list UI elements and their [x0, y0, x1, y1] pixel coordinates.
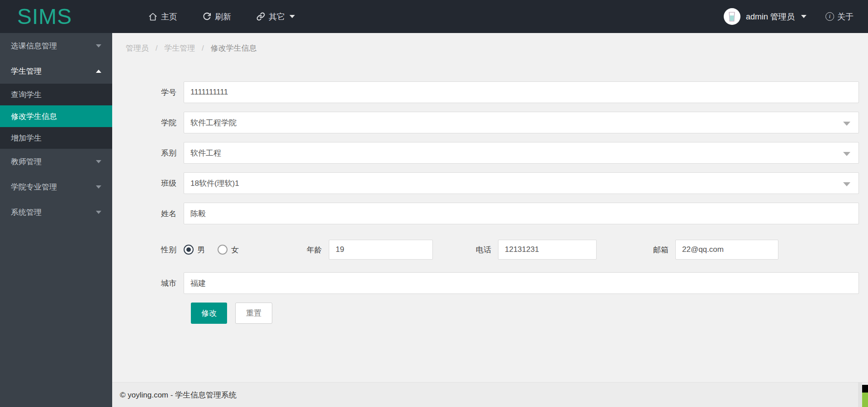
sidebar-item-label: 查询学生 [11, 90, 42, 100]
sidebar-item-label: 增加学生 [11, 133, 42, 143]
form-row-inline: 性别 男 女 年龄 电话 邮箱 [112, 240, 868, 260]
gender-label: 性别 [161, 245, 184, 255]
sidebar-item-edit-student[interactable]: 修改学生信息 [0, 105, 112, 127]
sidebar-submenu-student: 查询学生 修改学生信息 增加学生 [0, 84, 112, 149]
edit-student-form: 学号 学院 软件工程学院 系别 软件工程 班级 18软件 [112, 81, 868, 324]
gender-male-label: 男 [197, 245, 205, 255]
sidebar-item-teacher-management[interactable]: 教师管理 [0, 149, 112, 174]
breadcrumb-current: 修改学生信息 [210, 44, 256, 52]
submit-button[interactable]: 修改 [191, 303, 227, 324]
chevron-up-icon [96, 70, 101, 73]
sidebar-item-label: 学院专业管理 [11, 182, 57, 192]
age-label: 年龄 [307, 245, 322, 255]
department-label: 系别 [161, 148, 184, 158]
chevron-down-icon [96, 44, 101, 47]
college-select-value: 软件工程学院 [190, 118, 237, 128]
sidebar-item-label: 系统管理 [11, 207, 42, 218]
student-id-input[interactable] [184, 81, 859, 103]
nav-about-label: 关于 [837, 11, 854, 22]
nav-refresh-label: 刷新 [215, 11, 231, 22]
user-menu[interactable]: admin 管理员 [724, 8, 806, 25]
form-row-class: 班级 18软件(理软)1 [112, 172, 868, 194]
chevron-down-icon [96, 211, 101, 214]
department-select[interactable]: 软件工程 [184, 142, 859, 164]
city-label: 城市 [161, 278, 184, 289]
top-navbar: SIMS 主页 刷新 其它 admin 管理员 [0, 0, 868, 33]
navbar-right: admin 管理员 i 关于 [724, 8, 868, 25]
breadcrumb: 管理员 / 学生管理 / 修改学生信息 [112, 33, 868, 54]
class-label: 班级 [161, 178, 184, 189]
form-row-city: 城市 [112, 272, 868, 294]
gender-radio-female[interactable] [218, 245, 228, 255]
nav-other-label: 其它 [269, 11, 285, 22]
sidebar-item-query-student[interactable]: 查询学生 [0, 84, 112, 105]
avatar [724, 8, 740, 25]
sidebar-item-college-major-management[interactable]: 学院专业管理 [0, 174, 112, 199]
scrollbar-artifact-green [862, 393, 868, 407]
email-label: 邮箱 [653, 245, 669, 255]
chevron-down-icon [843, 122, 850, 126]
sidebar-item-label: 学生管理 [11, 66, 42, 76]
gender-radio-male[interactable] [184, 245, 194, 255]
gender-female-label: 女 [231, 245, 239, 255]
student-id-label: 学号 [161, 87, 184, 98]
info-icon: i [825, 12, 834, 21]
chevron-down-icon [96, 160, 101, 163]
class-select[interactable]: 18软件(理软)1 [184, 172, 859, 194]
sidebar: 选课信息管理 学生管理 查询学生 修改学生信息 增加学生 教师管理 学院专业管理 [0, 33, 112, 407]
home-icon [148, 12, 157, 21]
sidebar-item-add-student[interactable]: 增加学生 [0, 127, 112, 149]
radio-dot [186, 247, 191, 252]
refresh-icon [203, 12, 211, 21]
chevron-down-icon [843, 182, 850, 186]
breadcrumb-separator: / [202, 44, 204, 52]
form-buttons: 修改 重置 [112, 303, 868, 324]
city-input[interactable] [184, 272, 859, 294]
name-input[interactable] [184, 203, 859, 224]
sidebar-item-label: 选课信息管理 [11, 41, 57, 51]
form-row-name: 姓名 [112, 203, 868, 224]
nav-about[interactable]: i 关于 [825, 11, 854, 22]
sidebar-item-label: 教师管理 [11, 156, 42, 167]
sidebar-item-course-selection[interactable]: 选课信息管理 [0, 33, 112, 58]
nav-refresh[interactable]: 刷新 [203, 11, 231, 22]
chevron-down-icon [96, 185, 101, 189]
name-label: 姓名 [161, 208, 184, 219]
chevron-down-icon [801, 15, 806, 18]
nav-other[interactable]: 其它 [256, 11, 295, 22]
footer: © yoyling.com - 学生信息管理系统 [112, 382, 868, 407]
scrollbar-track [858, 383, 862, 407]
form-row-college: 学院 软件工程学院 [112, 112, 868, 133]
class-select-value: 18软件(理软)1 [190, 178, 239, 189]
reset-button[interactable]: 重置 [235, 303, 272, 324]
phone-label: 电话 [476, 245, 491, 255]
nav-home[interactable]: 主页 [148, 11, 177, 22]
navbar-menu: 主页 刷新 其它 [148, 11, 295, 22]
link-icon [256, 12, 265, 21]
form-row-student-id: 学号 [112, 81, 868, 103]
chevron-down-icon [843, 152, 850, 156]
breadcrumb-admin[interactable]: 管理员 [126, 44, 149, 52]
breadcrumb-student-management[interactable]: 学生管理 [164, 44, 195, 52]
form-row-department: 系别 软件工程 [112, 142, 868, 164]
scrollbar-artifact-black [862, 385, 868, 393]
chevron-down-icon [289, 15, 295, 18]
user-name: admin 管理员 [746, 11, 795, 22]
college-select[interactable]: 软件工程学院 [184, 112, 859, 133]
department-select-value: 软件工程 [190, 148, 221, 158]
sidebar-item-label: 修改学生信息 [11, 111, 57, 122]
college-label: 学院 [161, 118, 184, 128]
breadcrumb-separator: / [156, 44, 158, 52]
sidebar-item-student-management[interactable]: 学生管理 [0, 58, 112, 84]
main-content: 管理员 / 学生管理 / 修改学生信息 学号 学院 软件工程学院 系别 软件工 [112, 33, 868, 407]
age-input[interactable] [329, 240, 433, 260]
phone-input[interactable] [498, 240, 597, 260]
sidebar-item-system-management[interactable]: 系统管理 [0, 199, 112, 225]
nav-home-label: 主页 [161, 11, 177, 22]
footer-copyright: © yoyling.com - 学生信息管理系统 [120, 390, 237, 400]
brand-logo[interactable]: SIMS [0, 0, 112, 33]
email-input[interactable] [675, 240, 778, 260]
